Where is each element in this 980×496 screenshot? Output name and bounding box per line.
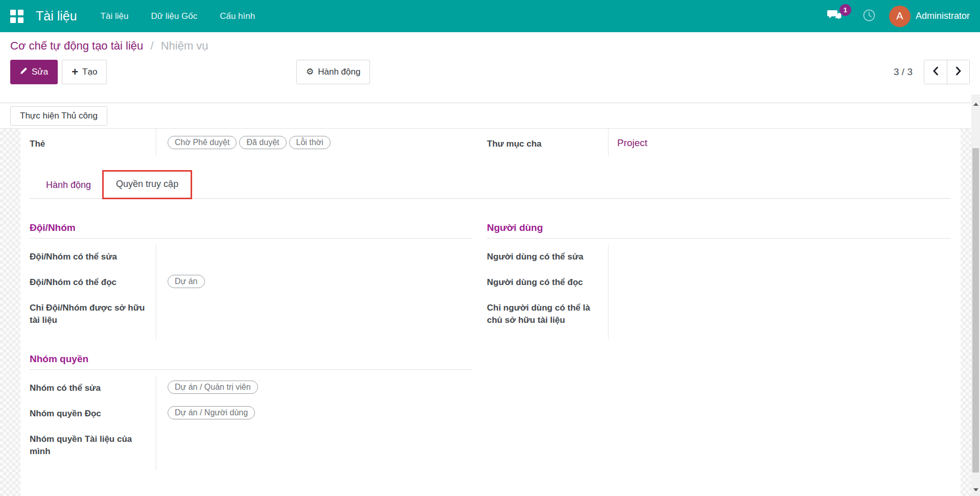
field-row: Nhóm có thể sửa Dự án / Quản trị viên (30, 376, 487, 401)
create-button[interactable]: + Tạo (62, 60, 107, 84)
breadcrumb-parent-link[interactable]: Cơ chế tự động tạo tài liệu (10, 39, 143, 52)
chat-bubbles-icon (827, 14, 842, 23)
group-title: Người dùng (487, 222, 950, 239)
field-row: Người dùng có thể đọc (487, 270, 950, 296)
pager-previous-button[interactable] (924, 60, 947, 84)
field-row: Nhóm quyền Đọc Dự án / Người dùng (30, 401, 487, 427)
top-navbar: Tài liệu Tài liệu Dữ liệu Gốc Cấu hình 1 (0, 0, 980, 32)
field-label: Người dùng có thể đọc (487, 270, 608, 296)
messages-button[interactable]: 1 (822, 6, 847, 27)
notebook-tabs: Hành động Quyền truy cập (30, 169, 950, 199)
field-label: Chỉ Đội/Nhóm được sở hữu tài liệu (30, 296, 156, 339)
form-view-background: Thẻ Chờ Phê duyệt Đã duyệt Lỗi thời Thư … (0, 129, 971, 496)
group-title: Nhóm quyền (30, 353, 473, 370)
field-row-parent-folder: Thư mục cha Project (487, 129, 950, 156)
menu-item-cau-hinh[interactable]: Cấu hình (211, 6, 264, 27)
field-row: Chỉ người dùng có thể là chủ sở hữu tài … (487, 296, 950, 339)
pager-next-button[interactable] (947, 60, 969, 84)
field-label: Đội/Nhóm có thể đọc (30, 270, 156, 296)
scrollbar-down-arrow[interactable] (971, 485, 980, 494)
app-title: Tài liệu (36, 9, 77, 23)
field-value (608, 296, 950, 339)
field-label: Chỉ người dùng có thể là chủ sở hữu tài … (487, 296, 608, 339)
field-row: Người dùng có thể sửa (487, 245, 950, 270)
tag-pill: Dự án / Người dùng (168, 406, 255, 419)
apps-grid-icon[interactable] (10, 10, 24, 23)
field-row-tags: Thẻ Chờ Phê duyệt Đã duyệt Lỗi thời (30, 129, 487, 156)
tab-quyen-truy-cap-highlighted[interactable]: Quyền truy cập (102, 170, 192, 199)
field-label: Nhóm có thể sửa (30, 376, 156, 401)
pencil-icon (20, 67, 28, 77)
group-nguoi-dung: Người dùng Người dùng có thể sửa Người d… (487, 222, 950, 339)
activities-button[interactable] (862, 9, 876, 24)
group-nhom-quyen: Nhóm quyền Nhóm có thể sửa Dự án / Quản … (30, 353, 487, 470)
tag-pill: Đã duyệt (239, 136, 286, 149)
pager: 3 / 3 (894, 60, 970, 84)
pager-value: 3 / 3 (894, 66, 913, 78)
field-row: Đội/Nhóm có thể đọc Dự án (30, 270, 487, 296)
tag-pill: Chờ Phê duyệt (168, 136, 237, 149)
field-value (608, 270, 950, 296)
tab-hanh-dong[interactable]: Hành động (35, 172, 102, 198)
field-value-tags: Chờ Phê duyệt Đã duyệt Lỗi thời (156, 129, 487, 156)
control-panel: Cơ chế tự động tạo tài liệu / Nhiệm vụ S… (0, 32, 980, 103)
avatar[interactable]: A (889, 6, 911, 27)
field-value: Dự án / Người dùng (156, 401, 487, 427)
statusbar: Thực hiện Thủ công (0, 103, 980, 129)
field-label: Người dùng có thể sửa (487, 245, 608, 270)
field-value: Dự án / Quản trị viên (156, 376, 487, 401)
group-title: Đội/Nhóm (30, 222, 473, 239)
breadcrumb-separator: / (150, 39, 153, 52)
field-label: Đội/Nhóm có thể sửa (30, 245, 156, 270)
manual-execute-button[interactable]: Thực hiện Thủ công (10, 106, 107, 126)
menu-item-tai-lieu[interactable]: Tài liệu (91, 6, 138, 27)
messages-count-badge: 1 (839, 4, 851, 16)
field-value (156, 296, 487, 339)
edit-button[interactable]: Sửa (10, 60, 58, 84)
vertical-scrollbar[interactable] (971, 95, 980, 496)
main-menu: Tài liệu Dữ liệu Gốc Cấu hình (91, 6, 265, 27)
menu-item-du-lieu-goc[interactable]: Dữ liệu Gốc (142, 6, 206, 27)
action-menu-button[interactable]: ⚙ Hành động (296, 60, 370, 84)
field-value (156, 245, 487, 270)
parent-folder-link[interactable]: Project (617, 136, 647, 149)
field-row: Chỉ Đội/Nhóm được sở hữu tài liệu (30, 296, 487, 339)
field-label-parent-folder: Thư mục cha (487, 129, 608, 156)
field-label: Nhóm quyền Tài liệu của mình (30, 427, 156, 470)
field-value-parent-folder: Project (608, 129, 950, 156)
breadcrumb-current: Nhiệm vụ (161, 39, 208, 52)
field-label-tags: Thẻ (30, 129, 156, 156)
field-row: Nhóm quyền Tài liệu của mình (30, 427, 487, 470)
form-sheet: Thẻ Chờ Phê duyệt Đã duyệt Lỗi thời Thư … (20, 129, 961, 496)
breadcrumb: Cơ chế tự động tạo tài liệu / Nhiệm vụ (10, 39, 970, 53)
field-row: Đội/Nhóm có thể sửa (30, 245, 487, 270)
scrollbar-up-arrow[interactable] (971, 100, 980, 108)
clock-icon (862, 9, 876, 24)
scrollbar-thumb[interactable] (972, 148, 979, 473)
field-value: Dự án (156, 270, 487, 296)
tag-pill: Dự án / Quản trị viên (168, 381, 258, 394)
chevron-left-icon (932, 66, 939, 78)
field-label: Nhóm quyền Đọc (30, 401, 156, 427)
tag-pill: Lỗi thời (289, 136, 331, 149)
chevron-right-icon (955, 66, 962, 78)
field-value (608, 245, 950, 270)
group-doi-nhom: Đội/Nhóm Đội/Nhóm có thể sửa Đội/Nhóm có… (30, 222, 487, 339)
tag-pill: Dự án (168, 275, 205, 288)
field-value (156, 427, 487, 470)
user-menu[interactable]: Administrator (916, 11, 970, 21)
